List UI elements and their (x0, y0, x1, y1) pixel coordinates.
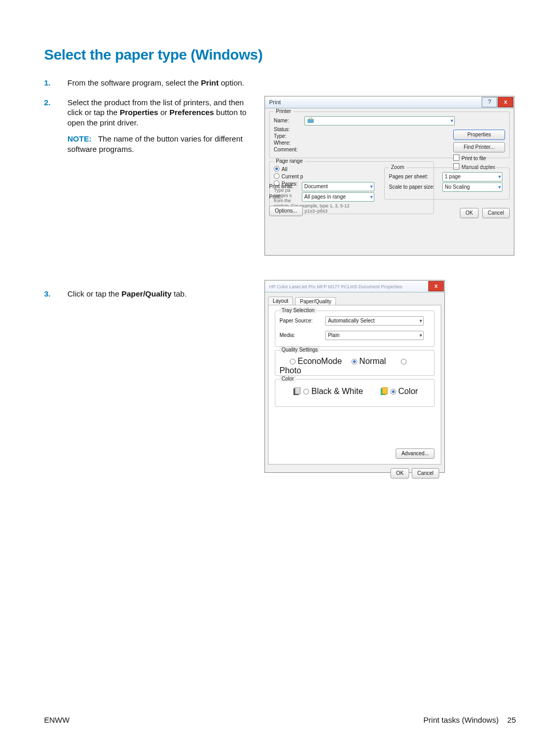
close-icon[interactable]: x (428, 281, 444, 291)
print-range-label: Print: (269, 194, 300, 200)
group-label: Tray Selection (279, 307, 317, 313)
print-range-select[interactable]: All pages in range (302, 192, 374, 202)
group-label: Printer (274, 108, 293, 114)
color-icon (379, 387, 388, 397)
scale-to-paper-select[interactable]: No Scaling (442, 182, 502, 192)
print-what-select[interactable]: Document (302, 182, 374, 191)
print-dialog-screenshot: Print ? x Printer Name: Status: Type: Wh… (264, 96, 514, 256)
titlebar: Print ? x (265, 96, 514, 108)
media-label: Media: (279, 332, 323, 338)
media-select[interactable]: Plain (325, 331, 424, 340)
group-label: Page range (274, 158, 305, 164)
advanced-button[interactable]: Advanced... (396, 448, 435, 459)
printer-name-select[interactable] (304, 116, 455, 125)
svg-rect-3 (295, 387, 300, 394)
svg-rect-5 (382, 387, 387, 394)
print-what-label: Print what: (269, 184, 300, 189)
paper-quality-dialog-screenshot: HP Color LaserJet Pro MFP M177 PCLmS Doc… (264, 280, 445, 473)
footer-left: ENWW (44, 715, 69, 724)
range-all-radio[interactable]: All (274, 166, 287, 172)
step-text: Click or tap the Paper/Quality tab. (67, 289, 187, 298)
properties-button[interactable]: Properties (453, 130, 505, 140)
ok-button[interactable]: OK (460, 208, 479, 218)
group-label: Quality Settings (279, 347, 320, 353)
group-label: Color (279, 376, 296, 382)
step-text: From the software program, select the Pr… (67, 78, 244, 87)
ok-button[interactable]: OK (390, 468, 409, 479)
options-button[interactable]: Options... (269, 206, 303, 216)
color-bw-radio[interactable]: Black & White (303, 387, 363, 396)
name-label: Name: (274, 118, 303, 123)
color-color-radio[interactable]: Color (390, 387, 418, 396)
range-current-radio[interactable]: Current p (274, 174, 303, 179)
help-icon[interactable]: ? (482, 97, 497, 107)
step-number: 3. (44, 289, 51, 299)
page-title: Select the paper type (Windows) (44, 47, 516, 63)
bw-icon (292, 387, 301, 397)
pages-per-sheet-select[interactable]: 1 page (442, 172, 502, 181)
page-footer: ENWW Print tasks (Windows) 25 (44, 715, 516, 724)
footer-right: Print tasks (Windows) 25 (424, 715, 516, 724)
step-number: 2. (44, 97, 51, 108)
titlebar: HP Color LaserJet Pro MFP M177 PCLmS Doc… (265, 280, 444, 292)
step-2: 2. Select the product from the list of p… (44, 97, 251, 154)
step-note: NOTE: The name of the button varies for … (67, 134, 251, 154)
tab-paper-quality[interactable]: Paper/Quality (295, 297, 336, 305)
svg-rect-0 (308, 120, 314, 123)
paper-source-select[interactable]: Automatically Select (325, 316, 424, 326)
group-label: Zoom (389, 164, 407, 170)
note-text: The name of the button varies for differ… (67, 134, 243, 153)
print-to-file-checkbox[interactable]: Print to file (453, 154, 505, 161)
cancel-button[interactable]: Cancel (412, 468, 439, 479)
svg-rect-1 (309, 118, 312, 120)
find-printer-button[interactable]: Find Printer... (453, 142, 505, 152)
paper-source-label: Paper Source: (279, 318, 323, 324)
cancel-button[interactable]: Cancel (482, 208, 510, 218)
quality-econo-radio[interactable]: EconoMode (290, 357, 342, 366)
tab-layout[interactable]: Layout (268, 297, 293, 305)
step-3: 3. Click or tap the Paper/Quality tab. (44, 289, 251, 299)
quality-normal-radio[interactable]: Normal (352, 357, 386, 366)
note-label: NOTE: (67, 134, 92, 143)
step-1: 1. From the software program, select the… (44, 78, 251, 88)
step-text: Select the product from the list of prin… (67, 98, 246, 127)
step-number: 1. (44, 78, 51, 88)
close-icon[interactable]: x (498, 97, 513, 107)
